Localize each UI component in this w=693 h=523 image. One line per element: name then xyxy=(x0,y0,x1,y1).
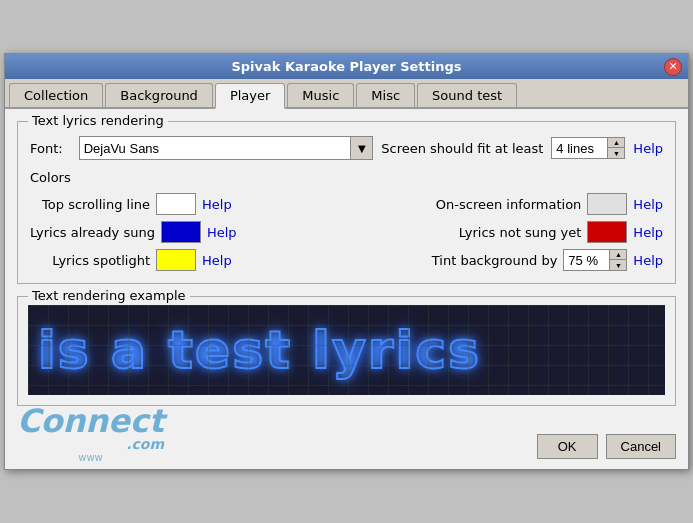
font-label: Font: xyxy=(30,141,63,156)
lines-spinner-buttons: ▲ ▼ xyxy=(607,138,624,158)
tint-label: Tint background by xyxy=(417,253,557,268)
content-area: Text lyrics rendering Font: ▼ Screen sho… xyxy=(5,109,688,430)
titlebar: Spivak Karaoke Player Settings ✕ xyxy=(5,54,688,79)
colors-right: On-screen information Help Lyrics not su… xyxy=(347,193,664,271)
lyrics-sung-color[interactable] xyxy=(161,221,201,243)
text-lyrics-label: Text lyrics rendering xyxy=(28,113,168,128)
main-window: Spivak Karaoke Player Settings ✕ Collect… xyxy=(4,53,689,470)
top-scrolling-row: Top scrolling line Help xyxy=(30,193,347,215)
on-screen-row: On-screen information Help xyxy=(347,193,664,215)
tint-spinner: ▲ ▼ xyxy=(563,249,627,271)
lyrics-spotlight-help[interactable]: Help xyxy=(202,253,232,268)
colors-grid: Top scrolling line Help Lyrics already s… xyxy=(30,193,663,271)
top-scrolling-label: Top scrolling line xyxy=(30,197,150,212)
lines-up-button[interactable]: ▲ xyxy=(608,138,624,148)
lyrics-spotlight-label: Lyrics spotlight xyxy=(30,253,150,268)
on-screen-help[interactable]: Help xyxy=(633,197,663,212)
bottom-bar: Connect .com www OK Cancel xyxy=(5,430,688,469)
example-label: Text rendering example xyxy=(28,288,190,303)
tint-down-button[interactable]: ▼ xyxy=(610,260,626,270)
connect-logo: Connect .com www xyxy=(17,402,164,463)
logo-text: Connect .com xyxy=(17,402,164,452)
tint-row: Tint background by ▲ ▼ Help xyxy=(347,249,664,271)
lines-down-button[interactable]: ▼ xyxy=(608,148,624,158)
tint-help[interactable]: Help xyxy=(633,253,663,268)
text-lyrics-section: Text lyrics rendering Font: ▼ Screen sho… xyxy=(17,121,676,284)
lyrics-spotlight-color[interactable] xyxy=(156,249,196,271)
tint-up-button[interactable]: ▲ xyxy=(610,250,626,260)
lines-spinner: ▲ ▼ xyxy=(551,137,625,159)
tint-input[interactable] xyxy=(564,252,609,269)
tab-sound-test[interactable]: Sound test xyxy=(417,83,517,107)
window-title: Spivak Karaoke Player Settings xyxy=(231,59,461,74)
tab-background[interactable]: Background xyxy=(105,83,213,107)
on-screen-color[interactable] xyxy=(587,193,627,215)
lyrics-example-text: is a test lyrics xyxy=(28,320,481,380)
tab-music[interactable]: Music xyxy=(287,83,354,107)
lyrics-sung-label: Lyrics already sung xyxy=(30,225,155,240)
tab-misc[interactable]: Misc xyxy=(356,83,415,107)
lyrics-sung-help[interactable]: Help xyxy=(207,225,237,240)
lyrics-sung-row: Lyrics already sung Help xyxy=(30,221,347,243)
ok-button[interactable]: OK xyxy=(537,434,598,459)
top-scrolling-help[interactable]: Help xyxy=(202,197,232,212)
font-input[interactable] xyxy=(80,139,351,158)
tab-collection[interactable]: Collection xyxy=(9,83,103,107)
colors-section-label: Colors xyxy=(30,170,663,185)
not-sung-row: Lyrics not sung yet Help xyxy=(347,221,664,243)
lyrics-preview: is a test lyrics xyxy=(28,305,665,395)
font-row: Font: ▼ Screen should fit at least ▲ ▼ H… xyxy=(30,136,663,160)
top-scrolling-color[interactable] xyxy=(156,193,196,215)
close-button[interactable]: ✕ xyxy=(664,58,682,76)
example-section: Text rendering example is a test lyrics xyxy=(17,296,676,406)
not-sung-label: Lyrics not sung yet xyxy=(441,225,581,240)
cancel-button[interactable]: Cancel xyxy=(606,434,676,459)
tab-bar: Collection Background Player Music Misc … xyxy=(5,79,688,109)
on-screen-label: On-screen information xyxy=(436,197,582,212)
not-sung-color[interactable] xyxy=(587,221,627,243)
tint-spinner-buttons: ▲ ▼ xyxy=(609,250,626,270)
screen-fit-label: Screen should fit at least xyxy=(381,141,543,156)
not-sung-help[interactable]: Help xyxy=(633,225,663,240)
font-select-wrapper: ▼ xyxy=(79,136,374,160)
font-help-link[interactable]: Help xyxy=(633,141,663,156)
lines-input[interactable] xyxy=(552,140,607,157)
font-dropdown-button[interactable]: ▼ xyxy=(350,137,372,159)
colors-left: Top scrolling line Help Lyrics already s… xyxy=(30,193,347,271)
tab-player[interactable]: Player xyxy=(215,83,285,109)
lyrics-spotlight-row: Lyrics spotlight Help xyxy=(30,249,347,271)
logo-www: www xyxy=(17,452,164,463)
